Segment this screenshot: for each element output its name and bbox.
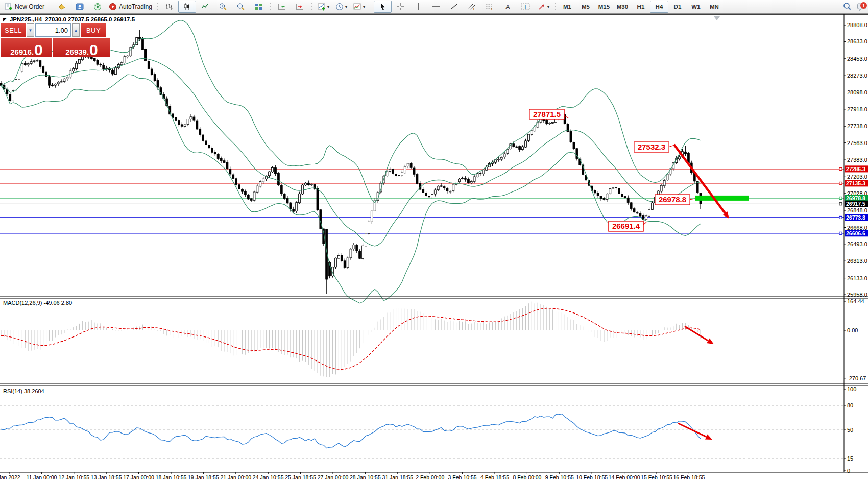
svg-text:2 Feb 00:00: 2 Feb 00:00	[416, 474, 444, 480]
macd-params: MACD(12,26,9)	[3, 300, 42, 306]
chart-wizard-button[interactable]	[53, 1, 70, 13]
svg-text:25958.0: 25958.0	[847, 292, 867, 298]
svg-text:F: F	[491, 7, 493, 11]
svg-text:100: 100	[847, 386, 856, 392]
svg-text:27286.3: 27286.3	[846, 166, 865, 172]
svg-text:15: 15	[847, 455, 853, 462]
signals-icon	[93, 3, 102, 11]
svg-text:18 Jan 10:55: 18 Jan 10:55	[156, 474, 187, 480]
horizontal-line-button[interactable]	[427, 1, 445, 13]
sell-price-button[interactable]: 26916. 0	[1, 38, 52, 57]
trendline-icon	[450, 3, 458, 11]
time-axis[interactable]: Jan 202211 Jan 00:0012 Jan 10:5513 Jan 1…	[0, 472, 705, 480]
candlestick-chart-icon	[183, 3, 191, 11]
rsi-value: 38.2604	[24, 388, 44, 394]
separator	[269, 2, 272, 12]
tab-timeframe-m15[interactable]: M15	[595, 1, 613, 13]
macd-signal-value: 2.80	[61, 300, 72, 306]
zoom-in-icon	[219, 3, 227, 11]
svg-text:28453.0: 28453.0	[847, 56, 867, 62]
svg-text:26773.8: 26773.8	[846, 214, 865, 221]
svg-text:14 Feb 00:00: 14 Feb 00:00	[609, 474, 640, 480]
wizard-icon	[58, 3, 66, 11]
svg-text:19 Jan 18:55: 19 Jan 18:55	[188, 474, 219, 480]
text-button[interactable]: A	[499, 1, 517, 13]
dropdown-arrow-icon: ▾	[327, 5, 329, 9]
price-callout-text: 27532.3	[638, 142, 665, 151]
tab-timeframe-h4[interactable]: H4	[650, 1, 668, 13]
line-chart-button[interactable]	[196, 1, 214, 13]
buy-button[interactable]: BUY	[81, 23, 106, 37]
buy-price-pips: 0	[89, 44, 98, 56]
tile-windows-button[interactable]	[250, 1, 268, 13]
svg-text:A: A	[505, 3, 510, 11]
arrow-objects-button[interactable]: ▾	[535, 1, 552, 13]
bar-chart-button[interactable]	[160, 1, 178, 13]
buy-price-button[interactable]: 26939. 0	[53, 38, 110, 57]
volume-decrease-button[interactable]: ▼	[27, 23, 34, 37]
tile-windows-icon	[254, 3, 262, 11]
clock-icon	[335, 3, 344, 11]
chart-canvas[interactable]: 28808.028633.028453.028273.028098.027918…	[0, 0, 868, 481]
auto-scroll-button[interactable]	[273, 1, 291, 13]
svg-text:26848.0: 26848.0	[847, 207, 867, 213]
svg-text:27135.3: 27135.3	[846, 180, 865, 186]
trendline-button[interactable]	[445, 1, 463, 13]
equidistant-channel-button[interactable]: E	[463, 1, 481, 13]
highlight-zone	[695, 196, 749, 201]
svg-text:Jan 2022: Jan 2022	[0, 474, 20, 480]
search-button[interactable]	[838, 1, 856, 13]
templates-button[interactable]: ▾	[350, 1, 368, 13]
data-window-icon	[76, 3, 84, 11]
macd-panel	[1, 302, 701, 377]
chart-menu-icon[interactable]: ◤	[3, 17, 7, 22]
notifications-button[interactable]: 1	[856, 1, 868, 12]
sell-button[interactable]: SELL	[1, 23, 26, 37]
macd-value: -49.06	[43, 300, 59, 306]
tab-timeframe-h1[interactable]: H1	[632, 1, 650, 13]
template-icon	[353, 3, 361, 11]
text-label-button[interactable]: T	[517, 1, 535, 13]
svg-text:27563.0: 27563.0	[847, 140, 867, 146]
svg-text:27383.0: 27383.0	[847, 157, 867, 163]
tab-timeframe-w1[interactable]: W1	[687, 1, 705, 13]
tab-timeframe-m30[interactable]: M30	[613, 1, 632, 13]
svg-text:24 Jan 10:55: 24 Jan 10:55	[253, 474, 284, 480]
new-order-button[interactable]: New Order	[2, 1, 47, 13]
dropdown-arrow-icon: ▾	[547, 5, 549, 9]
zoom-out-icon	[236, 3, 245, 11]
signals-button[interactable]	[88, 1, 106, 13]
svg-text:26313.0: 26313.0	[847, 258, 867, 264]
svg-text:10 Feb 18:55: 10 Feb 18:55	[576, 474, 608, 480]
crosshair-button[interactable]	[392, 1, 409, 13]
separator	[369, 2, 373, 12]
periods-button[interactable]: ▾	[332, 1, 350, 13]
vertical-line-button[interactable]	[409, 1, 427, 13]
svg-text:E: E	[473, 7, 476, 11]
bollinger-bands	[1, 20, 701, 303]
svg-text:21 Jan 00:00: 21 Jan 00:00	[220, 474, 251, 480]
data-window-button[interactable]	[70, 1, 88, 13]
new-order-icon	[5, 3, 13, 11]
svg-text:15 Feb 10:55: 15 Feb 10:55	[641, 474, 672, 480]
toolbar: New Order AutoTrading ▾ ▾ ▾ E F A T ▾ M1…	[0, 0, 868, 14]
zoom-in-button[interactable]	[214, 1, 232, 13]
arrow-objects-icon	[538, 3, 546, 11]
candlestick-chart-button[interactable]	[178, 1, 196, 13]
tab-timeframe-d1[interactable]: D1	[668, 1, 687, 13]
zoom-out-button[interactable]	[232, 1, 250, 13]
cursor-button[interactable]	[374, 1, 392, 13]
autotrading-icon	[109, 3, 117, 11]
indicators-button[interactable]: ▾	[315, 1, 332, 13]
price-axis[interactable]: 28808.028633.028453.028273.028098.027918…	[839, 22, 868, 474]
svg-text:9 Feb 10:55: 9 Feb 10:55	[545, 474, 574, 480]
chart-shift-button[interactable]	[291, 1, 309, 13]
tab-timeframe-mn[interactable]: MN	[705, 1, 724, 13]
tab-timeframe-m5[interactable]: M5	[576, 1, 595, 13]
volume-input[interactable]	[35, 23, 71, 37]
volume-increase-button[interactable]: ▲	[72, 23, 80, 37]
fibonacci-button[interactable]: F	[481, 1, 499, 13]
separator	[48, 2, 52, 12]
autotrading-button[interactable]: AutoTrading	[106, 1, 155, 13]
tab-timeframe-m1[interactable]: M1	[558, 1, 576, 13]
